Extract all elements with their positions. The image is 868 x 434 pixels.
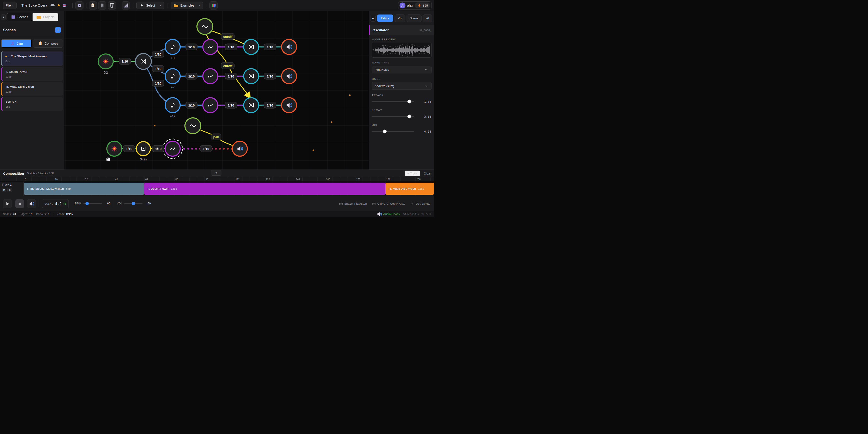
param-slider-attack[interactable] <box>372 101 414 102</box>
graph-node-lfo-2[interactable] <box>185 118 201 134</box>
mute-button[interactable]: M <box>2 188 6 192</box>
edge-rate-pill[interactable]: 1/10 <box>152 51 164 57</box>
bolt-icon <box>417 3 422 8</box>
graph-node-speaker-1[interactable] <box>282 39 297 55</box>
sidebar-collapse-button[interactable]: ◀ <box>1 14 6 20</box>
graph-node-note-1[interactable]: +0 <box>165 39 180 60</box>
inspector-tab-viz[interactable]: Viz <box>395 14 405 22</box>
edge-rate-pill[interactable]: 1/10 <box>200 145 212 152</box>
mode-jam-button[interactable]: Jam <box>1 39 32 47</box>
timeline-ruler[interactable]: 0163248648096112128144160176192208 <box>0 177 434 181</box>
graph-node-trigger-2[interactable] <box>106 141 122 161</box>
graph-node-mixer-2[interactable] <box>244 69 259 84</box>
tab-projects[interactable]: Projects <box>32 13 59 21</box>
edge-rate-pill[interactable]: 1/10 <box>225 102 237 108</box>
graph-node-filter-4[interactable] <box>163 139 182 159</box>
timeline-clip[interactable]: II. Desert Power 128b <box>144 183 385 195</box>
delete-button[interactable] <box>108 1 116 9</box>
audio-toggle-button[interactable] <box>27 199 36 208</box>
graph-node-mixer-3[interactable] <box>244 98 259 113</box>
mod-label-pan[interactable]: pan <box>211 134 221 140</box>
edge-rate-pill[interactable]: 1/10 <box>264 44 276 50</box>
svg-text:cutoff: cutoff <box>223 64 232 68</box>
graph-node-lfo-1[interactable] <box>197 19 213 34</box>
graph-node-speaker-2[interactable] <box>282 69 297 84</box>
graph-node-filter-1[interactable] <box>203 39 218 55</box>
edge-rate-pill[interactable]: 1/10 <box>225 73 237 79</box>
preview-play-button[interactable]: ▶ <box>370 15 376 22</box>
folder-icon <box>36 14 41 20</box>
param-value: 0.30 <box>414 130 431 133</box>
mod-label-cutoff[interactable]: cutoff <box>221 33 235 40</box>
settings-button[interactable] <box>75 1 84 9</box>
edge-rate-pill[interactable]: 1/10 <box>186 73 197 79</box>
file-menu-button[interactable]: File ▾ <box>3 2 17 9</box>
edge-rate-pill[interactable]: 1/10 <box>119 58 131 64</box>
tab-scenes[interactable]: Scenes <box>7 13 32 21</box>
add-scene-button[interactable]: + <box>55 27 61 33</box>
scene-list-item[interactable]: I. The Sleeper Must Awaken 64b <box>1 52 63 66</box>
scene-list-item[interactable]: III. Muad'Dib's Vision 128b <box>1 82 63 96</box>
library-button[interactable] <box>209 1 218 9</box>
shortcut-hint: Ctrl+C/V: Copy/Paste <box>372 202 405 206</box>
wave-type-select[interactable]: Pink Noise <box>372 66 432 73</box>
composition-collapse-button[interactable]: ▼ <box>211 170 221 176</box>
graph-node-splitter[interactable] <box>135 54 151 69</box>
chevron-down-icon <box>424 67 429 72</box>
edge-rate-pill[interactable]: 1/10 <box>123 145 135 152</box>
save-icon[interactable] <box>62 3 67 8</box>
graph-node-trigger-1[interactable]: D2 <box>98 54 113 74</box>
edge-rate-pill[interactable]: 1/10 <box>186 102 197 108</box>
graph-node-speaker-3[interactable] <box>282 98 297 113</box>
scene-indicator: SCENE 4.2 ×3 <box>42 199 69 208</box>
scene-list-item[interactable]: II. Desert Power 128b <box>1 67 63 81</box>
graph-node-note-2[interactable]: +7 <box>165 69 180 89</box>
graph-node-mixer-1[interactable] <box>244 39 259 55</box>
scene-list-item[interactable]: Scene 4 16b <box>1 97 63 110</box>
graph-node-note-3[interactable]: +12 <box>165 98 180 118</box>
clip-title: III. Muad'Dib's Vision <box>389 187 416 190</box>
mode-compose-button[interactable]: Compose <box>33 39 63 47</box>
graph-node-speaker-4[interactable] <box>232 141 247 156</box>
edge-rate-pill[interactable]: 1/10 <box>264 73 276 79</box>
play-button[interactable] <box>3 199 12 208</box>
clear-button[interactable]: Clear <box>424 172 431 175</box>
audio-status: Audio Ready <box>377 212 400 216</box>
edge-rate-pill[interactable]: 1/10 <box>152 80 164 86</box>
measure-tool-button[interactable] <box>122 1 130 9</box>
inspector-tab-scene[interactable]: Scene <box>407 14 422 22</box>
graph-node-filter-2[interactable] <box>203 69 218 84</box>
edge-rate-pill[interactable]: 1/10 <box>152 145 164 152</box>
svg-text:cutoff: cutoff <box>223 35 232 38</box>
mod-label-cutoff[interactable]: cutoff <box>221 63 235 69</box>
timeline-clip[interactable]: III. Muad'Dib's Vision 128b <box>385 183 434 195</box>
paste-button[interactable] <box>98 1 106 9</box>
edge-rate-pill[interactable]: 1/10 <box>264 102 276 108</box>
add-track-button[interactable]: + Track <box>404 170 420 176</box>
bpm-slider[interactable] <box>84 203 102 204</box>
param-slider-mix[interactable] <box>372 131 414 132</box>
user-chip[interactable]: A alex 855 <box>398 1 432 9</box>
edge-rate-pill[interactable]: 1/10 <box>186 44 197 50</box>
mode-select[interactable]: Additive (sum) <box>372 82 432 90</box>
graph-node-filter-3[interactable] <box>203 98 218 113</box>
param-slider-decay[interactable] <box>372 116 414 117</box>
scene-item-length: 64b <box>5 60 60 63</box>
edge-rate-pill[interactable]: 1/10 <box>225 44 237 50</box>
copy-button[interactable] <box>89 1 97 9</box>
inspector-tab-editor[interactable]: Editor <box>377 14 393 22</box>
clip-length: 128b <box>418 187 424 190</box>
tool-select-dropdown[interactable]: Select ▾ <box>136 2 164 9</box>
stop-button[interactable] <box>15 199 24 208</box>
scene-list: I. The Sleeper Must Awaken 64bII. Desert… <box>0 50 64 112</box>
inspector-tab-ai[interactable]: AI <box>423 14 432 22</box>
solo-button[interactable]: S <box>7 188 12 192</box>
node-graph-canvas[interactable]: +0D2+7+1234% 1/10 1/10 1/10 1/10 1/10 1/… <box>64 11 369 169</box>
timeline-lane[interactable]: Track 1 M S I. The Sleeper Must Awaken 6… <box>0 181 434 196</box>
graph-node-gate[interactable]: 34% <box>136 142 150 161</box>
volume-slider[interactable] <box>124 203 143 204</box>
timeline-clip[interactable]: I. The Sleeper Must Awaken 64b <box>24 183 144 195</box>
shortcut-hints: Space: Play/StopCtrl+C/V: Copy/PasteDel:… <box>339 196 430 211</box>
examples-dropdown[interactable]: Examples ▾ <box>170 2 203 9</box>
edge-rate-pill[interactable]: 1/10 <box>152 66 164 72</box>
